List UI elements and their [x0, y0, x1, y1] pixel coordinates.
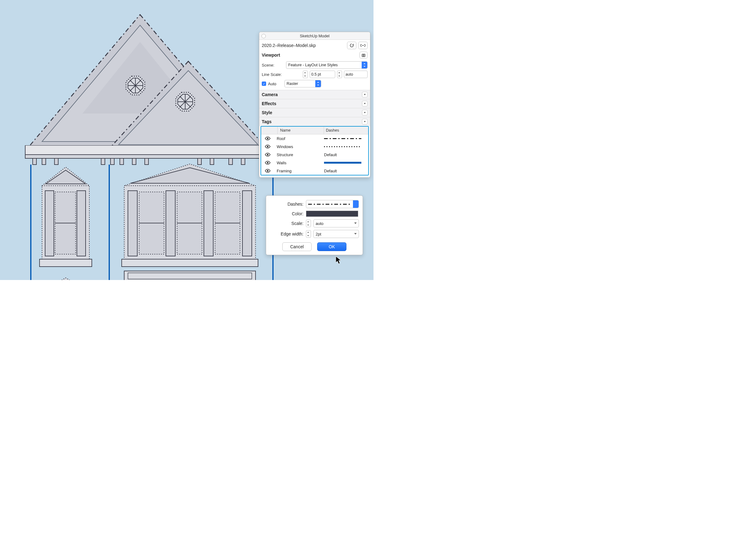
svg-rect-24 — [110, 158, 114, 165]
edge-width-label: Edge width: — [266, 232, 304, 236]
svg-rect-26 — [132, 158, 136, 165]
svg-marker-36 — [46, 170, 85, 184]
accordion-style[interactable]: Style — [259, 108, 370, 117]
panel-titlebar[interactable]: SketchUp Model — [259, 32, 370, 40]
svg-point-65 — [363, 55, 364, 56]
color-label: Color: — [266, 211, 304, 216]
chevron-down-icon — [362, 101, 367, 106]
svg-point-68 — [267, 154, 268, 156]
dash-preview[interactable] — [324, 162, 368, 164]
tag-row-walls[interactable]: Walls — [261, 159, 368, 167]
refresh-button[interactable] — [347, 42, 356, 49]
chevron-down-icon — [362, 119, 367, 125]
eye-icon — [265, 145, 271, 149]
linescale-auto-stepper[interactable] — [337, 71, 342, 78]
svg-rect-31 — [241, 158, 245, 165]
preserve-scale-button[interactable] — [360, 52, 367, 58]
svg-rect-23 — [101, 158, 105, 165]
svg-rect-64 — [362, 54, 365, 57]
tag-row-structure[interactable]: Structure Default — [261, 151, 368, 159]
scene-select[interactable]: Feature - LayOut Line Styles — [286, 61, 367, 69]
visibility-toggle[interactable] — [261, 137, 274, 140]
svg-rect-38 — [45, 191, 54, 256]
chevron-down-icon — [362, 110, 367, 115]
tags-header: Name Dashes — [261, 127, 368, 134]
dropdown-arrow-icon — [315, 80, 321, 87]
visibility-toggle[interactable] — [261, 161, 274, 165]
svg-rect-20 — [33, 158, 36, 165]
accordion-tags[interactable]: Tags — [259, 117, 370, 126]
linescale-input[interactable]: 0.5 pt — [310, 71, 335, 78]
visibility-toggle[interactable] — [261, 145, 274, 149]
eye-icon — [265, 153, 271, 157]
svg-rect-39 — [77, 191, 85, 256]
dash-preview[interactable]: Default — [324, 169, 368, 173]
svg-rect-57 — [124, 271, 256, 280]
roof-secondary — [104, 58, 272, 155]
close-icon[interactable] — [261, 34, 266, 38]
refresh-icon — [350, 43, 354, 48]
accordion-effects[interactable]: Effects — [259, 99, 370, 108]
accordion-camera[interactable]: Camera — [259, 90, 370, 99]
camera-lock-icon — [362, 53, 365, 57]
eye-icon — [265, 137, 271, 140]
linescale-auto-input[interactable]: auto — [344, 71, 367, 78]
dash-preview[interactable]: Default — [324, 153, 368, 157]
linescale-stepper[interactable] — [303, 71, 308, 78]
edge-width-stepper[interactable] — [306, 230, 311, 238]
color-swatch[interactable] — [306, 211, 358, 217]
eye-icon — [265, 161, 271, 165]
scene-label: Scene: — [262, 63, 284, 68]
svg-rect-49 — [242, 191, 252, 256]
dash-preview[interactable] — [324, 138, 368, 139]
scale-stepper[interactable] — [306, 220, 311, 227]
svg-rect-18 — [25, 145, 280, 155]
svg-point-66 — [267, 138, 268, 139]
ok-button[interactable]: OK — [317, 242, 346, 251]
dropdown-arrow-icon — [362, 61, 367, 69]
building-illustration — [23, 11, 257, 280]
auto-label: Auto — [268, 81, 276, 86]
svg-rect-29 — [210, 158, 214, 165]
chevron-down-icon — [362, 92, 367, 97]
link-icon — [360, 44, 365, 47]
svg-rect-28 — [198, 158, 201, 165]
stage: SketchUp Model 2020.2–Release–Model.skp … — [0, 0, 374, 280]
edge-width-select[interactable]: 2pt — [313, 230, 359, 238]
model-filename: 2020.2–Release–Model.skp — [262, 43, 345, 48]
line-style-dialog: Dashes: Color: Scale: auto Edge width: 2… — [266, 195, 363, 255]
svg-marker-44 — [130, 168, 249, 183]
chevron-down-icon — [354, 233, 357, 235]
dash-pattern-preview — [308, 204, 352, 205]
auto-checkbox[interactable]: ✓ — [262, 81, 266, 86]
svg-rect-25 — [120, 158, 124, 165]
render-mode-select[interactable]: Raster — [284, 80, 321, 87]
link-button[interactable] — [358, 42, 367, 49]
svg-rect-46 — [128, 191, 137, 256]
tag-row-roof[interactable]: Roof — [261, 134, 368, 142]
cursor-icon — [335, 256, 342, 264]
visibility-toggle[interactable] — [261, 169, 274, 173]
scale-select[interactable]: auto — [313, 219, 359, 228]
cancel-button[interactable]: Cancel — [282, 242, 312, 251]
svg-point-67 — [267, 146, 268, 148]
dash-preview[interactable] — [324, 146, 368, 147]
tag-row-framing[interactable]: Framing Default — [261, 167, 368, 175]
dashes-select[interactable] — [306, 200, 359, 208]
dropdown-arrow-icon — [353, 201, 359, 208]
visibility-toggle[interactable] — [261, 153, 274, 157]
tags-table: Name Dashes Roof Windows Structure Defau… — [260, 126, 369, 176]
scale-label: Scale: — [266, 221, 304, 226]
svg-rect-48 — [204, 191, 213, 256]
svg-rect-27 — [145, 158, 149, 165]
viewport-label: Viewport — [262, 53, 280, 58]
svg-rect-19 — [25, 155, 280, 158]
svg-rect-21 — [42, 158, 46, 165]
svg-rect-30 — [229, 158, 232, 165]
col-name: Name — [277, 127, 324, 134]
svg-rect-47 — [166, 191, 175, 256]
tag-row-windows[interactable]: Windows — [261, 142, 368, 151]
eye-icon — [265, 169, 271, 173]
svg-point-70 — [267, 170, 268, 172]
svg-point-69 — [267, 162, 268, 164]
